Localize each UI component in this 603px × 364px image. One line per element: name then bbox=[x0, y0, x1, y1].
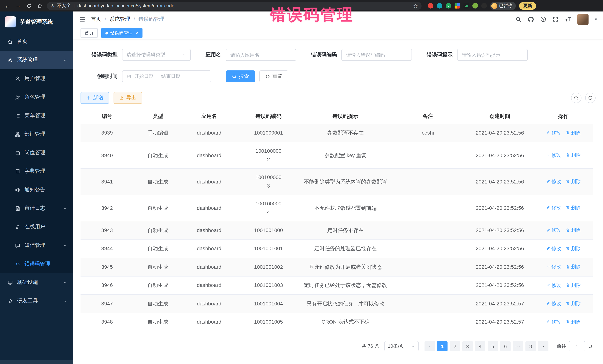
add-button[interactable]: 新增 bbox=[81, 92, 109, 104]
trash-icon bbox=[566, 206, 570, 210]
delete-link[interactable]: 删除 bbox=[566, 177, 581, 186]
error-hint-label: 错误码提示 bbox=[427, 52, 453, 58]
reload-icon[interactable] bbox=[25, 3, 33, 8]
edit-link[interactable]: 修改 bbox=[546, 299, 561, 308]
sidebar-item-notices[interactable]: 通知公告 bbox=[0, 180, 73, 199]
export-button[interactable]: 导出 bbox=[114, 92, 142, 104]
app-name-label: 应用名 bbox=[206, 52, 221, 58]
breadcrumb-system[interactable]: 系统管理 bbox=[109, 16, 130, 22]
edit-link[interactable]: 修改 bbox=[546, 244, 561, 253]
delete-link[interactable]: 删除 bbox=[566, 203, 581, 212]
help-icon[interactable] bbox=[540, 16, 546, 22]
sidebar-item-error-codes[interactable]: 错误码管理 bbox=[0, 255, 73, 273]
page-button[interactable]: 3 bbox=[462, 341, 473, 351]
edit-link[interactable]: 修改 bbox=[546, 151, 561, 159]
edit-link[interactable]: 修改 bbox=[546, 177, 561, 186]
search-button[interactable]: 搜索 bbox=[226, 70, 255, 82]
cell-type: 自动生成 bbox=[134, 168, 182, 195]
app-logo[interactable]: 芋道管理系统 bbox=[0, 11, 73, 32]
cell-operations: 修改删除 bbox=[534, 295, 593, 313]
error-code-input[interactable] bbox=[341, 49, 412, 61]
edit-link[interactable]: 修改 bbox=[546, 263, 561, 271]
fullscreen-icon[interactable] bbox=[553, 16, 558, 22]
search-icon[interactable] bbox=[515, 16, 521, 22]
delete-link[interactable]: 删除 bbox=[566, 226, 581, 234]
next-page-button[interactable]: › bbox=[538, 341, 548, 351]
github-icon[interactable] bbox=[528, 16, 534, 22]
edit-link[interactable]: 修改 bbox=[546, 128, 561, 137]
extension-icon[interactable] bbox=[454, 3, 460, 9]
breadcrumb-home[interactable]: 首页 bbox=[91, 16, 101, 22]
delete-link[interactable]: 删除 bbox=[566, 244, 581, 253]
page-button[interactable]: 1 bbox=[437, 341, 448, 351]
table-row: 3946 自动生成 dashboard 1001001003 定时任务已经处于该… bbox=[81, 276, 593, 295]
delete-link[interactable]: 删除 bbox=[566, 299, 581, 308]
date-range-picker[interactable]: 开始日期 - 结束日期 bbox=[122, 70, 211, 82]
page-button[interactable]: 6 bbox=[500, 341, 510, 351]
font-size-icon[interactable] bbox=[565, 16, 571, 22]
reset-button[interactable]: 重置 bbox=[259, 70, 288, 82]
error-hint-input[interactable] bbox=[457, 49, 528, 61]
forward-icon[interactable]: → bbox=[14, 3, 22, 9]
error-type-select[interactable]: 请选择错误码类型 bbox=[122, 49, 191, 61]
sidebar-item-infrastructure[interactable]: 基础设施 bbox=[0, 273, 73, 292]
chrome-update-button[interactable]: 更新 bbox=[519, 2, 536, 10]
tab-home[interactable]: 首页 bbox=[81, 28, 98, 38]
sidebar-collapse-bar[interactable] bbox=[0, 360, 73, 364]
link-icon bbox=[15, 224, 20, 230]
delete-link[interactable]: 删除 bbox=[566, 318, 581, 326]
tab-error-code[interactable]: 错误码管理 × bbox=[101, 28, 142, 38]
sidebar-item-dictionaries[interactable]: 字典管理 bbox=[0, 162, 73, 180]
sidebar-item-sms[interactable]: 短信管理 bbox=[0, 236, 73, 255]
pencil-icon bbox=[546, 153, 550, 157]
sidebar-item-online-users[interactable]: 在线用户 bbox=[0, 218, 73, 236]
extension-icon[interactable]: on bbox=[464, 3, 469, 9]
delete-link[interactable]: 删除 bbox=[566, 128, 581, 137]
prev-page-button[interactable]: ‹ bbox=[425, 341, 435, 351]
edit-link[interactable]: 修改 bbox=[546, 281, 561, 289]
page-button[interactable]: 4 bbox=[475, 341, 485, 351]
table-row: 3945 自动生成 dashboard 1001001002 只允许修改为开启或… bbox=[81, 258, 593, 276]
sidebar-item-posts[interactable]: 岗位管理 bbox=[0, 143, 73, 162]
delete-link[interactable]: 删除 bbox=[566, 263, 581, 271]
refresh-table-button[interactable] bbox=[585, 93, 596, 103]
close-tab-icon[interactable]: × bbox=[135, 30, 138, 36]
sidebar-item-system-management[interactable]: 系统管理 bbox=[0, 51, 73, 69]
jump-page-input[interactable] bbox=[569, 341, 585, 351]
extension-icon[interactable] bbox=[472, 3, 478, 9]
delete-link[interactable]: 删除 bbox=[566, 151, 581, 159]
user-avatar[interactable] bbox=[577, 14, 589, 25]
sidebar-item-home[interactable]: 首页 bbox=[0, 32, 73, 51]
sidebar-item-dev-tools[interactable]: 研发工具 bbox=[0, 292, 73, 310]
refresh-icon bbox=[265, 74, 270, 79]
profile-paused-chip[interactable]: 已暂停 bbox=[490, 2, 516, 10]
toggle-search-button[interactable] bbox=[571, 93, 581, 103]
back-icon[interactable]: ← bbox=[4, 3, 11, 9]
sidebar-item-menus[interactable]: 菜单管理 bbox=[0, 106, 73, 125]
edit-link[interactable]: 修改 bbox=[546, 318, 561, 326]
extension-icon[interactable] bbox=[428, 3, 433, 9]
sidebar-item-departments[interactable]: 部门管理 bbox=[0, 125, 73, 143]
delete-link[interactable]: 删除 bbox=[566, 281, 581, 289]
home-icon[interactable] bbox=[36, 3, 43, 8]
sidebar-fold-icon[interactable] bbox=[79, 16, 85, 22]
active-dot-icon bbox=[105, 32, 108, 34]
page-button[interactable]: ··· bbox=[513, 341, 523, 351]
edit-link[interactable]: 修改 bbox=[546, 203, 561, 212]
sidebar-item-audit-logs[interactable]: 审计日志 bbox=[0, 199, 73, 218]
edit-link[interactable]: 修改 bbox=[546, 226, 561, 234]
page-button[interactable]: 5 bbox=[487, 341, 498, 351]
avatar-caret-icon[interactable]: ▾ bbox=[595, 17, 597, 22]
extension-icon[interactable] bbox=[437, 3, 442, 9]
bookmark-star-icon[interactable]: ☆ bbox=[413, 3, 418, 9]
extension-icon[interactable]: V bbox=[446, 3, 451, 9]
page-size-select[interactable]: 10条/页 bbox=[384, 341, 418, 351]
app-name-input[interactable] bbox=[226, 49, 296, 61]
sidebar-item-roles[interactable]: 角色管理 bbox=[0, 88, 73, 106]
tags-view-bar: 首页 错误码管理 × bbox=[73, 27, 603, 39]
extension-icon[interactable] bbox=[481, 3, 487, 9]
page-button[interactable]: 8 bbox=[525, 341, 536, 351]
url-bar[interactable]: ⚠ 不安全 | dashboard.yudao.iocoder.cn/syste… bbox=[47, 2, 422, 10]
sidebar-item-users[interactable]: 用户管理 bbox=[0, 69, 73, 88]
page-button[interactable]: 2 bbox=[450, 341, 460, 351]
